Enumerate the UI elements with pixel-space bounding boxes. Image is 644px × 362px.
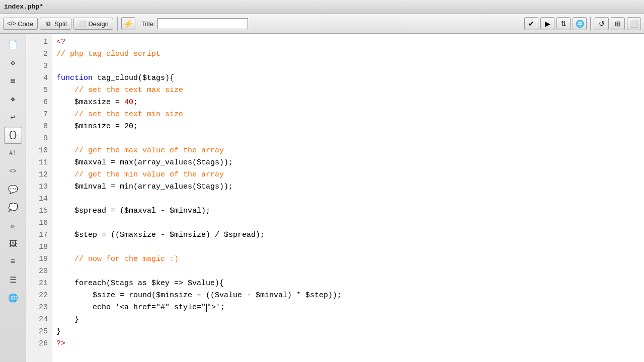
line-numbers: 1234567891011121314151617181920212223242… bbox=[26, 34, 52, 362]
code-line-15: $spread = ($maxval - $minval); bbox=[56, 205, 644, 217]
sidebar-paint-icon[interactable]: ✏ bbox=[4, 217, 22, 234]
code-token-default: tag_cloud($tags){ bbox=[93, 72, 174, 84]
line-number-19: 19 bbox=[26, 253, 48, 265]
code-line-25: } bbox=[56, 326, 644, 338]
line-number-8: 8 bbox=[26, 121, 48, 133]
code-token-default: foreach($tags as $key => $value){ bbox=[56, 278, 224, 290]
code-area[interactable]: 1234567891011121314151617181920212223242… bbox=[26, 34, 644, 362]
line-number-20: 20 bbox=[26, 265, 48, 278]
toolbar: </> Code ⧉ Split ⬜ Design ⚡ Title: ✔ ▶ ⇅… bbox=[0, 14, 644, 34]
line-number-11: 11 bbox=[26, 157, 48, 169]
line-number-14: 14 bbox=[26, 193, 48, 205]
line-number-17: 17 bbox=[26, 229, 48, 241]
line-number-22: 22 bbox=[26, 290, 48, 302]
title-label: Title: bbox=[141, 20, 155, 28]
line-number-2: 2 bbox=[26, 48, 48, 60]
code-line-8: $minsize = 20; bbox=[56, 121, 644, 133]
sidebar-back-icon[interactable]: ↩ bbox=[4, 109, 22, 126]
lightning-button[interactable]: ⚡ bbox=[121, 17, 135, 30]
line-number-7: 7 bbox=[26, 109, 48, 121]
code-token-comment: // set the text max size bbox=[56, 84, 183, 97]
split-button[interactable]: ⧉ Split bbox=[40, 18, 71, 30]
code-line-24: } bbox=[56, 314, 644, 326]
design-button[interactable]: ⬜ Design bbox=[73, 18, 113, 30]
code-token-default: ">'; bbox=[207, 302, 225, 314]
code-lines[interactable]: <?// php tag cloud script function tag_c… bbox=[52, 34, 644, 362]
refresh-button[interactable]: ⇅ bbox=[556, 17, 571, 30]
line-number-18: 18 bbox=[26, 241, 48, 253]
code-token-comment: // now for the magic :) bbox=[56, 253, 179, 265]
line-number-21: 21 bbox=[26, 278, 48, 290]
code-line-10: // get the max value of the array bbox=[56, 145, 644, 157]
reload-button[interactable]: ↺ bbox=[595, 17, 609, 30]
code-line-6: $maxsize = 40; bbox=[56, 97, 644, 109]
code-token-number: 40 bbox=[124, 97, 133, 109]
code-token-default: $maxval = max(array_values($tags)); bbox=[56, 157, 233, 169]
title-input[interactable] bbox=[157, 18, 248, 29]
line-number-12: 12 bbox=[26, 169, 48, 181]
code-token-default: $minval = min(array_values($tags)); bbox=[56, 181, 233, 193]
sidebar-list-icon[interactable]: ≡ bbox=[4, 253, 22, 270]
line-number-23: 23 bbox=[26, 302, 48, 314]
code-icon: </> bbox=[8, 20, 16, 28]
line-number-16: 16 bbox=[26, 217, 48, 229]
title-bar: index.php* bbox=[0, 0, 644, 14]
code-token-tag: <? bbox=[56, 36, 65, 48]
code-line-11: $maxval = max(array_values($tags)); bbox=[56, 157, 644, 169]
code-token-default: $minsize = 20; bbox=[56, 121, 138, 133]
line-number-24: 24 bbox=[26, 314, 48, 326]
sidebar-chat-icon[interactable]: 💬 bbox=[4, 181, 22, 198]
sidebar-globe2-icon[interactable]: 🌐 bbox=[4, 290, 22, 307]
code-line-13: $minval = min(array_values($tags)); bbox=[56, 181, 644, 193]
code-line-14 bbox=[56, 193, 644, 205]
code-token-comment: // get the max value of the array bbox=[56, 145, 224, 157]
code-line-12: // get the min value of the array bbox=[56, 169, 644, 181]
code-token-default: } bbox=[56, 326, 61, 338]
toolbar-separator bbox=[117, 17, 118, 31]
preview-button[interactable]: ⬜ bbox=[627, 17, 641, 30]
sidebar-code2-icon[interactable]: <> bbox=[4, 163, 22, 180]
sidebar-tag-icon[interactable]: #! bbox=[4, 145, 22, 162]
code-token-keyword: function bbox=[56, 72, 93, 84]
code-line-22: $size = round($minsize + (($value - $min… bbox=[56, 290, 644, 302]
line-number-5: 5 bbox=[26, 84, 48, 97]
run-button[interactable]: ▶ bbox=[540, 17, 554, 30]
globe-button[interactable]: 🌐 bbox=[573, 17, 587, 30]
sidebar-table-icon[interactable]: ⊞ bbox=[4, 72, 22, 89]
line-number-13: 13 bbox=[26, 181, 48, 193]
sidebar-layers-icon[interactable]: ❖ bbox=[4, 90, 22, 108]
code-line-5: // set the text max size bbox=[56, 84, 644, 97]
code-token-default: $step = (($maxsize - $minsize) / $spread… bbox=[56, 229, 265, 241]
line-number-3: 3 bbox=[26, 60, 48, 72]
sidebar: 📄 ✥ ⊞ ❖ ↩ {} #! <> 💬 💭 ✏ 🖼 ≡ ☰ 🌐 bbox=[0, 34, 26, 362]
code-token-comment: // php tag cloud script bbox=[56, 48, 160, 60]
line-number-6: 6 bbox=[26, 97, 48, 109]
design-icon: ⬜ bbox=[78, 20, 86, 28]
sidebar-file-icon[interactable]: 📄 bbox=[4, 36, 22, 53]
code-token-default: ; bbox=[133, 97, 138, 109]
sidebar-list2-icon[interactable]: ☰ bbox=[4, 272, 22, 289]
toolbar-right-buttons: ✔ ▶ ⇅ 🌐 ↺ ⊞ ⬜ bbox=[524, 17, 641, 31]
filename-label: index.php* bbox=[4, 3, 43, 11]
line-number-1: 1 bbox=[26, 36, 48, 48]
line-number-9: 9 bbox=[26, 133, 48, 145]
code-line-18 bbox=[56, 241, 644, 253]
code-token-comment: // set the text min size bbox=[56, 109, 183, 121]
sidebar-image-icon[interactable]: 🖼 bbox=[4, 235, 22, 252]
sidebar-move-icon[interactable]: ✥ bbox=[4, 54, 22, 71]
code-line-20 bbox=[56, 265, 644, 278]
code-line-16 bbox=[56, 217, 644, 229]
sidebar-braces-icon[interactable]: {} bbox=[4, 127, 22, 144]
line-number-10: 10 bbox=[26, 145, 48, 157]
code-token-default: $size = round($minsize + (($value - $min… bbox=[56, 290, 342, 302]
main-layout: 📄 ✥ ⊞ ❖ ↩ {} #! <> 💬 💭 ✏ 🖼 ≡ ☰ 🌐 1234567… bbox=[0, 34, 644, 362]
code-content: 1234567891011121314151617181920212223242… bbox=[26, 34, 644, 362]
table-button[interactable]: ⊞ bbox=[611, 17, 625, 30]
line-number-4: 4 bbox=[26, 72, 48, 84]
code-button[interactable]: </> Code bbox=[3, 18, 38, 30]
sidebar-chat2-icon[interactable]: 💭 bbox=[4, 199, 22, 216]
code-line-17: $step = (($maxsize - $minsize) / $spread… bbox=[56, 229, 644, 241]
code-line-26: ?> bbox=[56, 338, 644, 350]
check-button[interactable]: ✔ bbox=[524, 17, 538, 30]
code-line-9 bbox=[56, 133, 644, 145]
